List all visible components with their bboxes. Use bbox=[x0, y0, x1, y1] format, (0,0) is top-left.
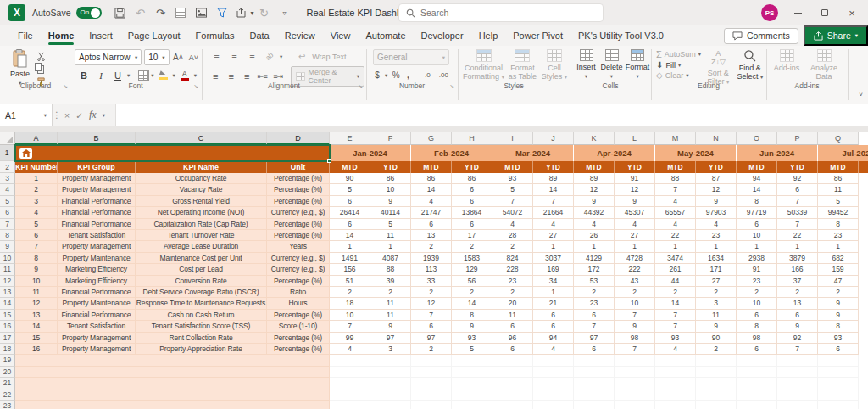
cell-value[interactable]: 9 bbox=[818, 298, 859, 309]
cell-value[interactable]: 4 bbox=[655, 344, 696, 355]
row-header-23[interactable]: 23 bbox=[0, 401, 15, 409]
sync-icon[interactable]: ↻ bbox=[256, 4, 273, 21]
row-header-4[interactable]: 4 bbox=[0, 184, 15, 195]
cell-value[interactable]: 4 bbox=[330, 344, 370, 355]
cell-value[interactable]: 169 bbox=[533, 264, 574, 275]
cell-value[interactable]: 97 bbox=[411, 333, 452, 344]
cell-value[interactable]: 7 bbox=[777, 344, 818, 355]
cell-empty[interactable] bbox=[615, 378, 655, 389]
table-icon[interactable] bbox=[173, 4, 190, 21]
cell-value[interactable]: 94 bbox=[737, 173, 777, 184]
cell-value[interactable]: 4 bbox=[655, 196, 696, 207]
cell-value[interactable]: 44 bbox=[655, 276, 696, 287]
export-icon[interactable] bbox=[234, 4, 251, 21]
cell-kpi-group[interactable]: Property Maintenance bbox=[58, 298, 136, 309]
cell-value[interactable]: 98 bbox=[737, 333, 777, 344]
cell-value[interactable]: 1 bbox=[574, 241, 615, 252]
cell-value[interactable]: 13 bbox=[411, 230, 452, 241]
cell-empty[interactable] bbox=[411, 367, 452, 378]
column-header-C[interactable]: C bbox=[136, 132, 267, 145]
cell-empty[interactable] bbox=[411, 378, 452, 389]
cell-value[interactable]: 6 bbox=[411, 219, 452, 230]
cell-kpi-number[interactable]: 1 bbox=[15, 173, 58, 184]
cell-value[interactable]: 53 bbox=[574, 276, 615, 287]
cell-empty[interactable] bbox=[330, 367, 370, 378]
cell-value[interactable]: 2 bbox=[370, 287, 411, 298]
cell-value[interactable]: 2938 bbox=[737, 253, 777, 264]
cell-value[interactable]: 6 bbox=[452, 219, 492, 230]
cell-kpi-number[interactable]: 13 bbox=[15, 310, 58, 321]
format-cells-button[interactable]: Format▾ bbox=[626, 46, 649, 81]
cut-button[interactable] bbox=[33, 50, 48, 63]
cell-kpi-number[interactable]: 11 bbox=[15, 287, 58, 298]
cell-value[interactable]: 86 bbox=[370, 173, 411, 184]
cell-kpi-name[interactable]: Capitalization Rate (Cap Rate) bbox=[136, 219, 267, 230]
cell-value[interactable]: 65557 bbox=[655, 207, 696, 218]
currency-button[interactable]: $ bbox=[373, 69, 381, 81]
cell-empty[interactable] bbox=[533, 389, 574, 401]
cell-a1-merged[interactable] bbox=[15, 145, 330, 161]
cell-value[interactable]: 93 bbox=[655, 333, 696, 344]
cell-value[interactable]: 6 bbox=[737, 344, 777, 355]
column-header-K[interactable]: K bbox=[574, 132, 615, 145]
cell-value[interactable]: 9 bbox=[696, 196, 737, 207]
cell-value[interactable]: 2 bbox=[818, 287, 859, 298]
cell-value[interactable]: 50339 bbox=[777, 207, 818, 218]
column-header-O[interactable]: O bbox=[737, 132, 777, 145]
cell-value[interactable]: 27 bbox=[533, 230, 574, 241]
row-header-5[interactable]: 5 bbox=[0, 196, 15, 207]
cell-kpi-name[interactable]: Vacancy Rate bbox=[136, 184, 267, 195]
month-header-Mar-2024[interactable]: Mar-2024 bbox=[492, 145, 574, 161]
cell-value[interactable]: 23 bbox=[696, 230, 737, 241]
row-header-11[interactable]: 11 bbox=[0, 264, 15, 275]
avatar[interactable]: PS bbox=[761, 4, 778, 21]
cell-value[interactable]: 97 bbox=[574, 333, 615, 344]
cell-empty[interactable] bbox=[452, 378, 492, 389]
cell-empty[interactable] bbox=[574, 389, 615, 401]
cell-value[interactable]: 26414 bbox=[330, 207, 370, 218]
cell-empty[interactable] bbox=[492, 378, 533, 389]
search-input[interactable]: Search bbox=[398, 3, 604, 22]
cell-value[interactable]: 44392 bbox=[574, 207, 615, 218]
grow-font-button[interactable]: A˄ bbox=[172, 51, 185, 64]
cell-value[interactable]: 1 bbox=[330, 241, 370, 252]
cell-empty[interactable] bbox=[370, 401, 411, 409]
cell-empty[interactable] bbox=[370, 389, 411, 401]
cell-value[interactable]: 171 bbox=[696, 264, 737, 275]
cell-kpi-group[interactable]: Property Management bbox=[58, 344, 136, 355]
cell-value[interactable]: 1 bbox=[777, 241, 818, 252]
row-header-6[interactable]: 6 bbox=[0, 207, 15, 218]
align-middle-icon[interactable]: ≡ bbox=[226, 50, 242, 63]
cell-value[interactable]: 1 bbox=[370, 241, 411, 252]
cell-empty[interactable] bbox=[655, 367, 696, 378]
cell-kpi-group[interactable]: Tenant Satisfaction bbox=[58, 230, 136, 241]
cell-empty-row[interactable] bbox=[15, 367, 330, 378]
cell-value[interactable]: 2 bbox=[777, 287, 818, 298]
cell-value[interactable]: 5 bbox=[492, 184, 533, 195]
cell-empty[interactable] bbox=[696, 389, 737, 401]
menu-tab-home[interactable]: Home bbox=[41, 27, 82, 45]
cell-value[interactable]: 3 bbox=[696, 298, 737, 309]
row-header-19[interactable]: 19 bbox=[0, 355, 15, 366]
row-header-21[interactable]: 21 bbox=[0, 378, 15, 389]
comments-button[interactable]: Comments bbox=[724, 28, 798, 44]
cell-value[interactable]: 9 bbox=[818, 310, 859, 321]
cell-kpi-name[interactable]: Tenant Turnover Rate bbox=[136, 230, 267, 241]
cell-kpi-unit[interactable]: Currency (e.g., $) bbox=[267, 207, 330, 218]
number-format-select[interactable]: General▾ bbox=[373, 49, 449, 65]
filter-icon[interactable] bbox=[214, 4, 231, 21]
cell-empty[interactable] bbox=[411, 355, 452, 366]
row-header-15[interactable]: 15 bbox=[0, 310, 15, 321]
cell-empty[interactable] bbox=[737, 389, 777, 401]
number-dialog-launcher[interactable]: ↘ bbox=[449, 83, 454, 90]
cell-value[interactable]: 7 bbox=[330, 321, 370, 332]
autosave-toggle[interactable]: On bbox=[76, 7, 102, 19]
cell-value[interactable]: 86 bbox=[818, 173, 859, 184]
alignment-dialog-launcher[interactable]: ↘ bbox=[358, 83, 363, 90]
cell-kpi-number[interactable]: 16 bbox=[15, 344, 58, 355]
cell-value[interactable]: 3037 bbox=[533, 253, 574, 264]
cell-empty[interactable] bbox=[696, 401, 737, 409]
sub-header-YTD-13[interactable]: YTD bbox=[859, 161, 868, 173]
cell-value[interactable]: 2 bbox=[574, 287, 615, 298]
cell-value[interactable]: 17 bbox=[452, 230, 492, 241]
